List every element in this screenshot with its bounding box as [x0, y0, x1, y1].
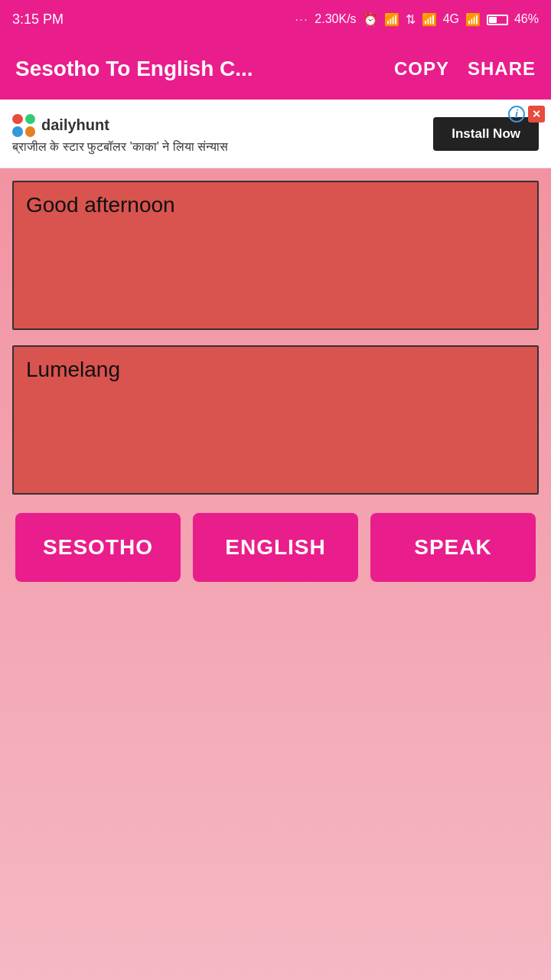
- input-text-box[interactable]: Good afternoon: [12, 181, 539, 330]
- time-display: 3:15 PM: [12, 11, 64, 28]
- ad-content: dailyhunt ब्राजील के स्टार फुटबॉलर 'काका…: [12, 114, 424, 154]
- status-bar: 3:15 PM ··· 2.30K/s ⏰ 📶 ⇅ 📶 4G 📶 46%: [0, 0, 551, 38]
- signal-bars-2-icon: 📶: [465, 12, 481, 27]
- status-dots: ···: [295, 13, 309, 25]
- input-text-value: Good afternoon: [26, 193, 175, 217]
- network-speed: 2.30K/s: [315, 12, 356, 26]
- status-right: ··· 2.30K/s ⏰ 📶 ⇅ 📶 4G 📶 46%: [295, 12, 539, 27]
- signal-bars-icon: 📶: [422, 12, 437, 27]
- share-button[interactable]: SHARE: [468, 58, 536, 80]
- status-left: 3:15 PM: [12, 11, 64, 28]
- signal-arrows-icon: ⇅: [406, 12, 416, 27]
- action-buttons: SESOTHO ENGLISH SPEAK: [12, 513, 539, 582]
- logo-dot-red: [12, 114, 23, 125]
- speak-button[interactable]: SPEAK: [370, 513, 536, 582]
- logo-dot-green: [25, 114, 36, 125]
- alarm-icon: ⏰: [363, 12, 378, 27]
- dailyhunt-logo-icon: [12, 114, 35, 137]
- ad-close-icon[interactable]: ✕: [528, 106, 545, 122]
- app-bar: Sesotho To English C... COPY SHARE: [0, 38, 551, 100]
- ad-info-icon[interactable]: i: [508, 106, 525, 122]
- copy-button[interactable]: COPY: [394, 58, 449, 80]
- main-content: Good afternoon Lumelang SESOTHO ENGLISH …: [0, 168, 551, 582]
- battery-fill: [489, 17, 497, 23]
- logo-dot-orange: [25, 126, 36, 137]
- battery-percent: 46%: [514, 12, 539, 26]
- output-text-value: Lumelang: [26, 358, 120, 381]
- english-button[interactable]: ENGLISH: [193, 513, 358, 582]
- ad-brand-name: dailyhunt: [41, 116, 109, 134]
- ad-text: ब्राजील के स्टार फुटबॉलर 'काका' ने लिया …: [12, 140, 424, 154]
- wifi-icon: 📶: [384, 12, 399, 27]
- ad-banner: dailyhunt ब्राजील के स्टार फुटबॉलर 'काका…: [0, 100, 551, 168]
- battery-container: [487, 12, 508, 26]
- logo-dot-blue: [12, 126, 23, 137]
- network-type: 4G: [443, 12, 459, 26]
- battery-icon: [487, 15, 508, 25]
- app-title: Sesotho To English C...: [15, 57, 394, 81]
- ad-close-area: i ✕: [508, 106, 545, 122]
- ad-logo: dailyhunt: [12, 114, 424, 137]
- sesotho-button[interactable]: SESOTHO: [15, 513, 181, 582]
- output-text-box[interactable]: Lumelang: [12, 345, 539, 495]
- app-bar-actions: COPY SHARE: [394, 58, 536, 80]
